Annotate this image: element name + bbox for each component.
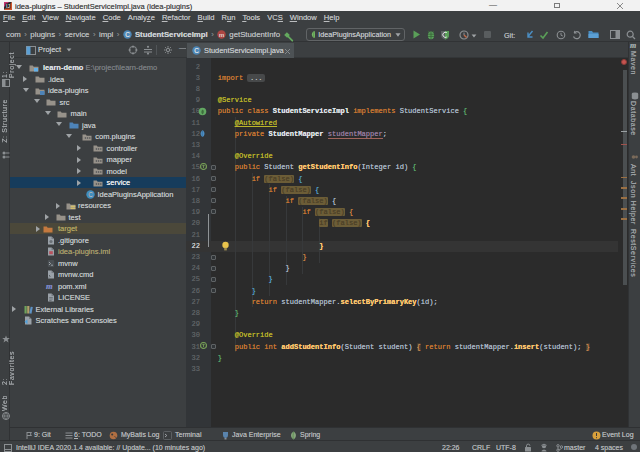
svg-text:m: m (219, 31, 224, 38)
svg-text:IJ: IJ (6, 3, 10, 9)
svg-text:C: C (194, 47, 199, 54)
svg-text:C: C (88, 190, 93, 197)
svg-text:C: C (125, 31, 130, 38)
